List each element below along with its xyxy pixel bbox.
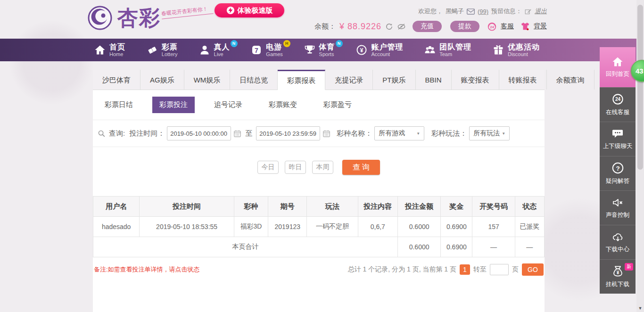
calendar-icon[interactable] [322, 130, 330, 138]
chat-bubble-icon [611, 128, 624, 140]
report-tab-bar: 沙巴体育 AG娱乐 WM娱乐 日结总览 彩票报表 充提记录 PT娱乐 BBIN … [93, 70, 545, 90]
table-footer: 备注:如需查看投注单详情，请点击状态 总计 1 个记录, 分为 1 页, 当前第… [93, 263, 545, 276]
edit-icon[interactable] [525, 8, 532, 15]
col-issue: 期号 [268, 197, 307, 217]
query-label: 查询: [109, 129, 125, 138]
report-panel: 沙巴体育 AG娱乐 WM娱乐 日结总览 彩票报表 充提记录 PT娱乐 BBIN … [93, 70, 545, 312]
summary-row: 本页合计 0.6000 0.6900 — — [93, 237, 545, 257]
mail-icon[interactable] [467, 8, 475, 15]
search-button[interactable]: 查 询 [342, 160, 380, 175]
nav-item-games[interactable]: 7 电游Games H [251, 43, 282, 57]
gift-icon [493, 44, 504, 56]
pagination-summary: 总计 1 个记录, 分为 1 页, 当前第 1 页 [348, 265, 456, 274]
col-play-type: 玩法 [307, 197, 358, 217]
tab-lottery-report[interactable]: 彩票报表 [278, 70, 325, 90]
sidebar-item-download-center[interactable]: 下载中心 [600, 225, 636, 259]
bet-time-from-input[interactable] [167, 126, 231, 140]
recharge-button[interactable]: 充值 [413, 21, 442, 32]
hot-badge: H [283, 40, 290, 47]
new-badge: N [336, 40, 343, 47]
scroll-down-arrow[interactable]: ▼ [636, 306, 644, 311]
speed-version-button[interactable]: 体验极速版 [215, 3, 284, 17]
balance-value: ¥ 88.9226 [339, 22, 381, 32]
col-prize: 奖金 [441, 197, 472, 217]
game-name-label: 彩种名称： [337, 129, 372, 138]
reserved-info-label: 预留信息： [491, 7, 522, 16]
summary-prize-total: 0.6900 [441, 237, 472, 257]
sidebar-item-faq[interactable]: ? 疑问解答 [600, 156, 636, 190]
subtab-lottery-bets[interactable]: 彩票投注 [152, 97, 195, 113]
this-week-button[interactable]: 本周 [312, 161, 333, 174]
table-header-row: 用户名 投注时间 彩种 期号 玩法 投注内容 投注金额 奖金 开奖号码 状态 [93, 197, 545, 217]
chevron-down-icon: ▼ [416, 131, 420, 136]
summary-bet-total: 0.6000 [397, 237, 440, 257]
game-select[interactable]: 所有游戏▼ [374, 126, 424, 140]
brand-logo[interactable]: 杏彩 [86, 4, 161, 32]
tab-account-change-report[interactable]: 账变报表 [452, 70, 499, 90]
sidebar-item-sound-control[interactable]: 声音控制 [600, 190, 636, 225]
yesterday-button[interactable]: 昨日 [285, 161, 306, 174]
hide-balance-icon[interactable] [397, 22, 406, 31]
tab-balance-query[interactable]: 余额查询 [547, 70, 594, 90]
logo-tagline: 春暖花开杏彩有你！ [161, 5, 213, 19]
subtab-lottery-daily[interactable]: 彩票日结 [98, 97, 140, 113]
calendar-icon[interactable] [233, 130, 241, 138]
tab-transfer-report[interactable]: 转账报表 [499, 70, 547, 90]
sidebar-item-back-home[interactable]: 回到首页 [600, 47, 636, 87]
nav-item-account[interactable]: ¥ 账户管理Account [356, 43, 403, 57]
scrollbar-thumb[interactable] [637, 5, 643, 170]
page-unit-label: 页 [512, 265, 519, 274]
nav-item-discount[interactable]: 优惠活动Discount [493, 43, 540, 57]
tab-wm[interactable]: WM娱乐 [184, 70, 231, 90]
customer-service-link[interactable]: 客服 [501, 22, 514, 31]
go-button[interactable]: GO [522, 263, 544, 276]
logo-text: 杏彩 [117, 4, 161, 32]
to-label: 至 [245, 129, 252, 138]
people-icon [424, 44, 436, 56]
sidebar-item-hangup-download[interactable]: 新 ¥ 挂机下载 [600, 259, 636, 294]
mail-count-link[interactable]: (99) [478, 8, 488, 15]
page-scrollbar: ▼ [636, 0, 644, 312]
background-link[interactable]: 背景 [534, 22, 547, 31]
summary-dash: — [515, 237, 544, 257]
cloud-download-icon [611, 231, 624, 243]
logo-emblem-icon [86, 4, 114, 32]
subtab-lottery-account-changes[interactable]: 彩票账变 [262, 97, 304, 113]
sub-tab-bar: 彩票日结 彩票投注 追号记录 彩票账变 彩票盈亏 [93, 90, 545, 120]
tab-ag[interactable]: AG娱乐 [140, 70, 184, 90]
question-icon: ? [611, 162, 624, 174]
status-cell[interactable]: 已派奖 [515, 217, 544, 237]
col-bet-content: 投注内容 [358, 197, 397, 217]
sidebar-item-online-service[interactable]: 24 在线客服 [600, 87, 636, 122]
nav-item-sports[interactable]: 体育Sports N [304, 43, 335, 57]
nav-item-live[interactable]: 真人Live N [199, 43, 230, 57]
home-icon [611, 56, 624, 67]
col-status: 状态 [515, 197, 544, 217]
page-1-button[interactable]: 1 [460, 264, 470, 275]
withdraw-button[interactable]: 提款 [450, 21, 479, 32]
svg-text:¥: ¥ [616, 270, 619, 275]
play-select[interactable]: 所有玩法▼ [469, 126, 510, 140]
today-button[interactable]: 今日 [257, 161, 279, 174]
tab-pt[interactable]: PT娱乐 [373, 70, 415, 90]
cell-draw-number: 157 [472, 217, 515, 237]
user-info-bar: 欢迎您， 黑蝎子 (99) 预留信息： 退出 [418, 7, 547, 16]
tab-saba-sports[interactable]: 沙巴体育 [93, 70, 140, 90]
tab-deposit-withdraw-records[interactable]: 充提记录 [325, 70, 373, 90]
subtab-chase-records[interactable]: 追号记录 [207, 97, 249, 113]
sidebar-item-chat[interactable]: 上下级聊天 [600, 122, 636, 156]
tab-bbin[interactable]: BBIN [416, 70, 452, 90]
logout-link[interactable]: 退出 [535, 7, 547, 16]
refresh-balance-icon[interactable] [385, 23, 393, 31]
nav-item-lottery[interactable]: 彩票Lottery [147, 43, 178, 57]
welcome-text: 欢迎您， [418, 7, 443, 16]
bet-time-to-input[interactable] [256, 126, 320, 140]
nav-item-home[interactable]: 首页Home [94, 43, 125, 57]
new-badge: N [231, 40, 238, 47]
subtab-lottery-profit[interactable]: 彩票盈亏 [316, 97, 359, 113]
chevron-down-icon: ▼ [502, 131, 505, 136]
summary-dash: — [472, 237, 515, 257]
nav-item-team[interactable]: 团队管理Team [424, 43, 471, 57]
goto-page-input[interactable] [490, 264, 509, 275]
tab-daily-summary[interactable]: 日结总览 [230, 70, 278, 90]
